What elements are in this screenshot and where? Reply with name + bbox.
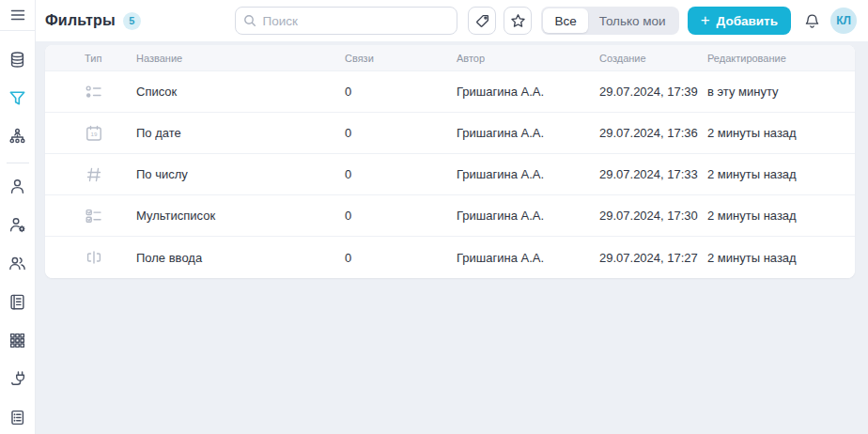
page-title: Фильтры	[45, 12, 116, 29]
sidebar-divider	[7, 163, 29, 163]
toggle-option-all[interactable]: Все	[543, 8, 587, 33]
table-row[interactable]: Список 0 Гришагина А.А. 29.07.2024, 17:3…	[45, 71, 855, 113]
list-icon	[85, 83, 103, 101]
user-avatar[interactable]: КЛ	[830, 8, 857, 34]
plus-icon: +	[701, 12, 710, 28]
table-row[interactable]: Поле ввода 0 Гришагина А.А. 29.07.2024, …	[45, 237, 855, 278]
author: Гришагина А.А.	[457, 167, 599, 181]
edited-at: 2 минуты назад	[707, 251, 855, 265]
star-icon	[510, 13, 526, 29]
author: Гришагина А.А.	[457, 85, 599, 99]
favorites-filter-button[interactable]	[504, 7, 532, 35]
column-header-links: Связи	[345, 53, 457, 64]
search-input[interactable]	[262, 14, 449, 28]
toggle-option-only-mine[interactable]: Только мои	[588, 8, 677, 33]
sidebar-item-user[interactable]	[0, 169, 36, 203]
links-count: 0	[345, 126, 457, 140]
hamburger-icon	[8, 6, 27, 24]
user-icon	[8, 177, 27, 196]
input-icon	[85, 248, 103, 267]
calendar-icon: 19	[85, 124, 103, 143]
filters-count-badge: 5	[123, 12, 141, 30]
sidebar-item-filters[interactable]	[0, 81, 36, 115]
sidebar-item-log-journal[interactable]	[0, 400, 36, 434]
created-at: 29.07.2024, 17:36	[599, 126, 707, 140]
table-row[interactable]: 19 По дате 0 Гришагина А.А. 29.07.2024, …	[45, 113, 855, 154]
sidebar-item-user-settings[interactable]	[0, 208, 36, 241]
edited-at: 2 минуты назад	[707, 209, 855, 223]
edited-at: в эту минуту	[707, 85, 855, 99]
filter-name: Мультисписок	[136, 209, 345, 223]
top-bar: Фильтры 5	[36, 0, 868, 41]
filter-icon	[8, 88, 27, 108]
sidebar-item-apps-grid[interactable]	[0, 323, 36, 357]
ownership-toggle: Все Только мои	[541, 7, 678, 35]
column-header-author: Автор	[457, 53, 599, 64]
edited-at: 2 минуты назад	[707, 126, 855, 140]
created-at: 29.07.2024, 17:27	[599, 251, 707, 265]
users-group-icon	[8, 254, 27, 273]
org-structure-icon	[8, 127, 27, 147]
author: Гришагина А.А.	[457, 126, 599, 140]
database-icon	[8, 50, 27, 70]
bell-icon	[803, 12, 821, 30]
sidebar-item-database[interactable]	[0, 42, 36, 76]
menu-toggle-button[interactable]	[0, 1, 36, 29]
search-box[interactable]	[235, 7, 457, 35]
table-row[interactable]: Мультисписок 0 Гришагина А.А. 29.07.2024…	[45, 195, 855, 237]
table-header-row: Тип Название Связи Автор Создание Редакт…	[45, 45, 855, 71]
links-count: 0	[345, 251, 457, 265]
links-count: 0	[345, 209, 457, 223]
content-area: Тип Название Связи Автор Создание Редакт…	[36, 41, 868, 434]
links-count: 0	[345, 85, 457, 99]
filter-name: По дате	[136, 126, 345, 140]
filters-table: Тип Название Связи Автор Создание Редакт…	[45, 45, 855, 278]
created-at: 29.07.2024, 17:30	[599, 209, 707, 223]
created-at: 29.07.2024, 17:33	[599, 167, 707, 181]
main-area: Фильтры 5	[36, 0, 868, 434]
edited-at: 2 минуты назад	[707, 167, 855, 181]
author: Гришагина А.А.	[457, 209, 599, 223]
app-window: Фильтры 5	[0, 0, 868, 434]
tag-icon	[474, 13, 490, 29]
sidebar-item-org-structure[interactable]	[0, 119, 36, 153]
add-button-label: Добавить	[717, 14, 778, 28]
filter-name: По числу	[136, 167, 345, 181]
filter-name: Поле ввода	[136, 251, 345, 265]
filter-name: Список	[136, 85, 345, 99]
links-count: 0	[345, 167, 457, 181]
created-at: 29.07.2024, 17:39	[599, 85, 707, 99]
sidebar-item-users-group[interactable]	[0, 246, 36, 280]
user-gear-icon	[8, 215, 27, 235]
number-icon	[85, 165, 103, 184]
tags-filter-button[interactable]	[468, 7, 496, 35]
sidebar-item-handbook[interactable]	[0, 285, 36, 318]
column-header-type: Тип	[85, 53, 136, 64]
search-icon	[243, 14, 256, 27]
sidebar-item-integrations[interactable]	[0, 362, 36, 395]
column-header-edited: Редактирование	[707, 53, 855, 64]
handbook-icon	[8, 292, 27, 312]
svg-text:19: 19	[91, 131, 98, 137]
multilist-icon	[85, 207, 103, 225]
table-row[interactable]: По числу 0 Гришагина А.А. 29.07.2024, 17…	[45, 154, 855, 195]
notifications-button[interactable]	[799, 7, 824, 35]
plug-icon	[8, 369, 27, 389]
add-filter-button[interactable]: + Добавить	[688, 7, 791, 35]
author: Гришагина А.А.	[457, 251, 599, 265]
sidebar	[0, 0, 36, 434]
column-header-name: Название	[136, 53, 345, 64]
column-header-created: Создание	[599, 53, 707, 64]
log-journal-icon	[8, 408, 27, 427]
apps-grid-icon	[8, 331, 27, 350]
